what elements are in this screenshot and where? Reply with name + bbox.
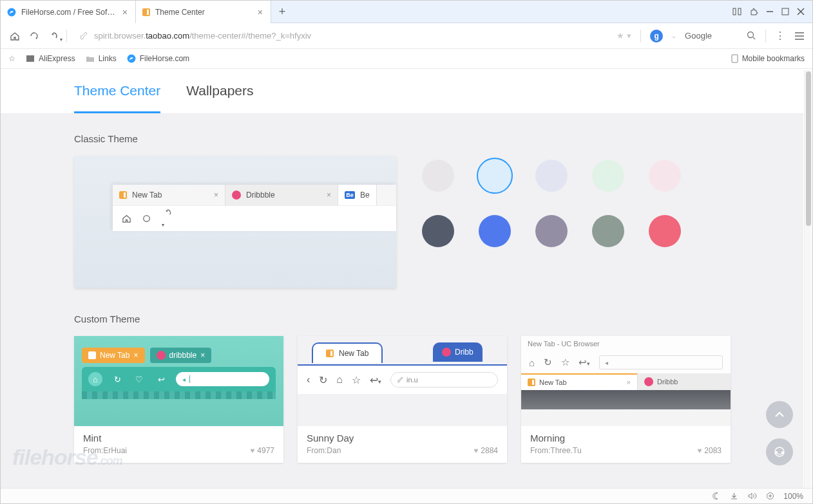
star-icon: ☆ bbox=[561, 357, 569, 368]
browser-tab-1[interactable]: FileHorse.com / Free Software × bbox=[1, 1, 136, 23]
mint-tab-2: dribbble× bbox=[150, 348, 212, 363]
theme-author: Dan bbox=[327, 446, 341, 455]
heart-icon: ♥ bbox=[473, 446, 478, 455]
uc-icon bbox=[119, 191, 127, 199]
bookmark-filehorse[interactable]: FileHorse.com bbox=[127, 54, 189, 63]
volume-icon[interactable] bbox=[747, 492, 757, 500]
hamburger-menu-icon[interactable] bbox=[794, 32, 805, 41]
night-mode-icon[interactable] bbox=[713, 492, 721, 500]
preview-tab-dribbble: Dribbble × bbox=[225, 185, 338, 205]
color-swatch-2[interactable] bbox=[535, 160, 568, 192]
page-nav: Theme Center Wallpapers bbox=[1, 69, 803, 114]
undo-icon: ↩▾ bbox=[579, 357, 590, 368]
heart-icon: ♥ bbox=[250, 446, 254, 455]
bookmark-star-outline-icon[interactable]: ☆ bbox=[8, 54, 15, 63]
search-engine-label: Google bbox=[685, 31, 712, 41]
search-icon[interactable] bbox=[747, 31, 756, 41]
color-swatch-0[interactable] bbox=[422, 160, 454, 192]
tab-wallpapers[interactable]: Wallpapers bbox=[186, 83, 253, 113]
reload-icon: ↻ bbox=[319, 374, 327, 386]
bookmark-aliexpress[interactable]: AliExpress bbox=[26, 54, 75, 63]
bookmarks-bar: ☆ AliExpress Links FileHorse.com Mobile … bbox=[1, 49, 812, 69]
back-icon[interactable]: ▾ bbox=[47, 30, 60, 42]
zoom-icon[interactable] bbox=[766, 492, 774, 500]
sunny-tab-1: New Tab bbox=[312, 342, 383, 363]
preview-tab-new: New Tab × bbox=[113, 185, 225, 205]
classic-theme-preview[interactable]: New Tab × Dribbble × Be bbox=[74, 156, 396, 288]
color-swatch-1[interactable] bbox=[477, 158, 513, 194]
download-icon[interactable] bbox=[730, 492, 738, 500]
mobile-bookmarks[interactable]: Mobile bookmarks bbox=[731, 54, 805, 63]
sidebar-toggle-icon[interactable] bbox=[732, 7, 741, 16]
theme-likes: 2884 bbox=[481, 446, 498, 455]
tab-1-label: FileHorse.com / Free Software bbox=[21, 8, 116, 17]
morning-tab-2: Dribbb bbox=[637, 373, 731, 390]
color-swatch-5[interactable] bbox=[422, 215, 454, 247]
support-button[interactable] bbox=[766, 438, 793, 465]
reload-icon: ↻ bbox=[110, 372, 124, 386]
theme-likes: 2083 bbox=[704, 446, 722, 455]
mint-tab-1: New Tab× bbox=[82, 348, 145, 363]
sunny-tab-2: Dribb bbox=[433, 342, 483, 362]
svg-rect-4 bbox=[782, 8, 789, 15]
tab-2-close-icon[interactable]: × bbox=[256, 7, 264, 17]
scrollbar[interactable] bbox=[804, 70, 812, 488]
behance-icon: Be bbox=[345, 191, 355, 199]
color-swatch-6[interactable] bbox=[479, 215, 511, 247]
back-icon: ↩ bbox=[154, 372, 168, 386]
search-engine-icon[interactable]: g bbox=[650, 30, 663, 42]
scroll-top-button[interactable] bbox=[766, 401, 793, 428]
dribbble-icon bbox=[442, 348, 451, 357]
status-bar: 100% bbox=[1, 488, 812, 503]
close-icon[interactable] bbox=[797, 8, 805, 15]
back-icon: ‹ bbox=[307, 374, 310, 386]
reload-icon[interactable] bbox=[28, 30, 41, 42]
undo-icon: ↩▾ bbox=[370, 374, 381, 386]
color-swatch-9[interactable] bbox=[649, 215, 681, 247]
url-input[interactable]: spirit.browser. taobao.com /theme-center… bbox=[73, 27, 610, 45]
theme-card-mint[interactable]: New Tab× dribbble× ⌂ ↻ ♡ ↩ ◂ bbox=[74, 336, 283, 463]
watermark: filehorse.com bbox=[12, 445, 122, 470]
zoom-level: 100% bbox=[783, 492, 803, 501]
close-icon: × bbox=[200, 351, 205, 360]
browser-tab-2[interactable]: Theme Center × bbox=[136, 1, 271, 23]
new-tab-button[interactable]: + bbox=[271, 1, 293, 23]
url-field: ◂ bbox=[176, 372, 269, 386]
kebab-menu-icon[interactable]: ⋮ bbox=[775, 30, 785, 42]
bookmark-star-icon[interactable]: ★ ▾ bbox=[617, 31, 631, 41]
mobile-icon bbox=[731, 54, 738, 63]
theme-name: Sunny Day bbox=[307, 433, 498, 443]
scrollbar-thumb[interactable] bbox=[806, 71, 811, 226]
window-controls bbox=[732, 1, 812, 23]
search-engine-dropdown-icon[interactable]: ⌵ bbox=[672, 32, 676, 39]
home-icon[interactable] bbox=[8, 30, 21, 42]
url-field: ◂ bbox=[599, 355, 723, 369]
color-swatch-3[interactable] bbox=[592, 160, 624, 192]
page-icon bbox=[26, 55, 35, 62]
theme-card-sunny[interactable]: New Tab Dribb ‹ ↻ ⌂ ☆ ↩▾ in.u bbox=[298, 336, 507, 463]
theme-likes: 4977 bbox=[257, 446, 274, 455]
close-icon: × bbox=[327, 191, 331, 200]
color-swatch-4[interactable] bbox=[649, 160, 681, 192]
theme-name: Morning bbox=[530, 433, 722, 443]
dribbble-icon bbox=[644, 377, 653, 386]
extensions-icon[interactable] bbox=[749, 7, 758, 16]
maximize-icon[interactable] bbox=[781, 8, 789, 15]
svg-point-15 bbox=[144, 216, 149, 221]
theme-card-morning[interactable]: New Tab - UC Browser ⌂ ↻ ☆ ↩▾ ◂ New Tab×… bbox=[521, 336, 731, 463]
tab-theme-center[interactable]: Theme Center bbox=[74, 83, 160, 113]
theme-name: Mint bbox=[83, 433, 274, 443]
minimize-icon[interactable] bbox=[766, 8, 774, 15]
bookmark-links[interactable]: Links bbox=[86, 54, 117, 63]
morning-window-title: New Tab - UC Browser bbox=[521, 336, 731, 351]
svg-rect-17 bbox=[776, 451, 778, 454]
preview-tab-behance: Be Be bbox=[338, 185, 377, 205]
tab-1-close-icon[interactable]: × bbox=[121, 7, 129, 17]
svg-line-8 bbox=[753, 37, 755, 39]
color-swatch-8[interactable] bbox=[592, 215, 624, 247]
reload-icon: ↻ bbox=[544, 357, 552, 368]
svg-rect-1 bbox=[733, 8, 736, 15]
color-swatch-7[interactable] bbox=[535, 215, 568, 247]
star-icon: ☆ bbox=[352, 374, 361, 386]
page-content: Theme Center Wallpapers Classic Theme Ne… bbox=[1, 69, 803, 488]
